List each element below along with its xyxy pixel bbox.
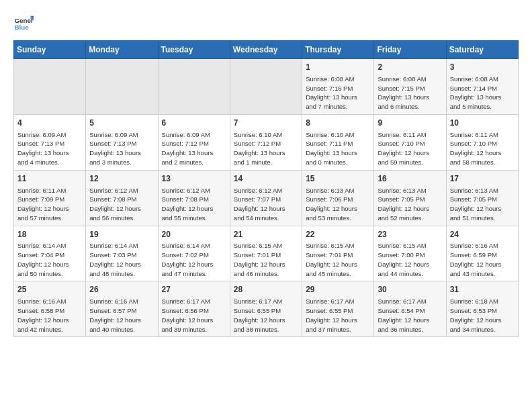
weekday-header-tuesday: Tuesday xyxy=(158,41,230,59)
calendar-cell: 13Sunrise: 6:12 AM Sunset: 7:08 PM Dayli… xyxy=(158,170,230,226)
logo: General Blue xyxy=(13,13,34,34)
day-info: Sunrise: 6:13 AM Sunset: 7:05 PM Dayligh… xyxy=(378,186,442,223)
day-info: Sunrise: 6:15 AM Sunset: 7:01 PM Dayligh… xyxy=(306,241,370,278)
day-number: 3 xyxy=(450,62,515,73)
weekday-header-wednesday: Wednesday xyxy=(230,41,302,59)
calendar-cell: 5Sunrise: 6:09 AM Sunset: 7:13 PM Daylig… xyxy=(86,114,158,170)
day-number: 19 xyxy=(89,229,154,240)
calendar-cell: 2Sunrise: 6:08 AM Sunset: 7:15 PM Daylig… xyxy=(374,59,446,115)
day-info: Sunrise: 6:16 AM Sunset: 6:57 PM Dayligh… xyxy=(89,297,154,334)
day-info: Sunrise: 6:10 AM Sunset: 7:11 PM Dayligh… xyxy=(306,130,370,167)
day-info: Sunrise: 6:09 AM Sunset: 7:12 PM Dayligh… xyxy=(162,130,226,167)
day-number: 10 xyxy=(450,118,515,129)
calendar-week-row: 18Sunrise: 6:14 AM Sunset: 7:04 PM Dayli… xyxy=(14,226,519,281)
calendar-week-row: 4Sunrise: 6:09 AM Sunset: 7:13 PM Daylig… xyxy=(14,114,519,170)
calendar-cell: 19Sunrise: 6:14 AM Sunset: 7:03 PM Dayli… xyxy=(86,226,158,281)
calendar-cell: 31Sunrise: 6:18 AM Sunset: 6:53 PM Dayli… xyxy=(446,281,518,337)
day-info: Sunrise: 6:09 AM Sunset: 7:13 PM Dayligh… xyxy=(17,130,82,167)
day-number: 30 xyxy=(378,284,442,295)
calendar-cell: 30Sunrise: 6:17 AM Sunset: 6:54 PM Dayli… xyxy=(374,281,446,337)
calendar-cell: 27Sunrise: 6:17 AM Sunset: 6:56 PM Dayli… xyxy=(158,281,230,337)
day-number: 22 xyxy=(306,229,370,240)
calendar-cell: 12Sunrise: 6:12 AM Sunset: 7:08 PM Dayli… xyxy=(86,170,158,226)
day-number: 12 xyxy=(89,173,154,185)
logo-icon: General Blue xyxy=(13,13,34,34)
weekday-header-sunday: Sunday xyxy=(14,41,86,59)
calendar-cell xyxy=(14,59,86,115)
day-info: Sunrise: 6:13 AM Sunset: 7:05 PM Dayligh… xyxy=(450,186,515,223)
calendar-cell: 18Sunrise: 6:14 AM Sunset: 7:04 PM Dayli… xyxy=(14,226,86,281)
day-number: 4 xyxy=(17,118,82,129)
day-number: 17 xyxy=(450,173,515,185)
calendar-cell: 28Sunrise: 6:17 AM Sunset: 6:55 PM Dayli… xyxy=(230,281,302,337)
day-info: Sunrise: 6:11 AM Sunset: 7:09 PM Dayligh… xyxy=(17,186,82,223)
svg-text:Blue: Blue xyxy=(15,24,30,31)
day-number: 16 xyxy=(378,173,442,185)
calendar-cell: 8Sunrise: 6:10 AM Sunset: 7:11 PM Daylig… xyxy=(302,114,374,170)
calendar-cell: 14Sunrise: 6:12 AM Sunset: 7:07 PM Dayli… xyxy=(230,170,302,226)
day-info: Sunrise: 6:14 AM Sunset: 7:03 PM Dayligh… xyxy=(89,241,154,278)
calendar-cell: 11Sunrise: 6:11 AM Sunset: 7:09 PM Dayli… xyxy=(14,170,86,226)
day-number: 26 xyxy=(89,284,154,295)
calendar-cell: 4Sunrise: 6:09 AM Sunset: 7:13 PM Daylig… xyxy=(14,114,86,170)
day-number: 18 xyxy=(17,229,82,240)
day-number: 9 xyxy=(378,118,442,129)
day-info: Sunrise: 6:15 AM Sunset: 7:00 PM Dayligh… xyxy=(378,241,442,278)
weekday-header-row: SundayMondayTuesdayWednesdayThursdayFrid… xyxy=(14,41,519,59)
calendar-cell: 10Sunrise: 6:11 AM Sunset: 7:10 PM Dayli… xyxy=(446,114,518,170)
day-number: 21 xyxy=(234,229,298,240)
day-number: 11 xyxy=(17,173,82,185)
day-number: 6 xyxy=(162,118,226,129)
day-number: 29 xyxy=(306,284,370,295)
day-info: Sunrise: 6:08 AM Sunset: 7:15 PM Dayligh… xyxy=(378,75,442,111)
day-number: 20 xyxy=(162,229,226,240)
day-info: Sunrise: 6:18 AM Sunset: 6:53 PM Dayligh… xyxy=(450,297,515,334)
day-number: 27 xyxy=(162,284,226,295)
calendar-cell: 24Sunrise: 6:16 AM Sunset: 6:59 PM Dayli… xyxy=(446,226,518,281)
calendar-cell: 6Sunrise: 6:09 AM Sunset: 7:12 PM Daylig… xyxy=(158,114,230,170)
day-info: Sunrise: 6:11 AM Sunset: 7:10 PM Dayligh… xyxy=(450,130,515,167)
weekday-header-monday: Monday xyxy=(86,41,158,59)
calendar-cell: 22Sunrise: 6:15 AM Sunset: 7:01 PM Dayli… xyxy=(302,226,374,281)
weekday-header-saturday: Saturday xyxy=(446,41,518,59)
day-info: Sunrise: 6:17 AM Sunset: 6:55 PM Dayligh… xyxy=(306,297,370,334)
calendar-cell: 20Sunrise: 6:14 AM Sunset: 7:02 PM Dayli… xyxy=(158,226,230,281)
calendar-cell: 23Sunrise: 6:15 AM Sunset: 7:00 PM Dayli… xyxy=(374,226,446,281)
calendar-cell: 7Sunrise: 6:10 AM Sunset: 7:12 PM Daylig… xyxy=(230,114,302,170)
day-info: Sunrise: 6:09 AM Sunset: 7:13 PM Dayligh… xyxy=(89,130,154,167)
day-info: Sunrise: 6:14 AM Sunset: 7:02 PM Dayligh… xyxy=(162,241,226,278)
calendar-cell: 15Sunrise: 6:13 AM Sunset: 7:06 PM Dayli… xyxy=(302,170,374,226)
calendar-cell: 26Sunrise: 6:16 AM Sunset: 6:57 PM Dayli… xyxy=(86,281,158,337)
day-info: Sunrise: 6:15 AM Sunset: 7:01 PM Dayligh… xyxy=(234,241,298,278)
day-info: Sunrise: 6:12 AM Sunset: 7:07 PM Dayligh… xyxy=(234,186,298,223)
calendar-cell: 1Sunrise: 6:08 AM Sunset: 7:15 PM Daylig… xyxy=(302,59,374,115)
weekday-header-thursday: Thursday xyxy=(302,41,374,59)
day-number: 7 xyxy=(234,118,298,129)
calendar-table: SundayMondayTuesdayWednesdayThursdayFrid… xyxy=(13,40,519,337)
day-number: 24 xyxy=(450,229,515,240)
day-info: Sunrise: 6:08 AM Sunset: 7:15 PM Dayligh… xyxy=(306,75,370,111)
day-number: 13 xyxy=(162,173,226,185)
day-info: Sunrise: 6:16 AM Sunset: 6:58 PM Dayligh… xyxy=(17,297,82,334)
day-number: 23 xyxy=(378,229,442,240)
day-number: 14 xyxy=(234,173,298,185)
calendar-cell: 21Sunrise: 6:15 AM Sunset: 7:01 PM Dayli… xyxy=(230,226,302,281)
day-info: Sunrise: 6:13 AM Sunset: 7:06 PM Dayligh… xyxy=(306,186,370,223)
day-number: 15 xyxy=(306,173,370,185)
day-info: Sunrise: 6:14 AM Sunset: 7:04 PM Dayligh… xyxy=(17,241,82,278)
day-number: 8 xyxy=(306,118,370,129)
calendar-cell: 3Sunrise: 6:08 AM Sunset: 7:14 PM Daylig… xyxy=(446,59,518,115)
day-info: Sunrise: 6:17 AM Sunset: 6:56 PM Dayligh… xyxy=(162,297,226,334)
day-number: 5 xyxy=(89,118,154,129)
calendar-cell: 9Sunrise: 6:11 AM Sunset: 7:10 PM Daylig… xyxy=(374,114,446,170)
calendar-week-row: 1Sunrise: 6:08 AM Sunset: 7:15 PM Daylig… xyxy=(14,59,519,115)
calendar-cell: 16Sunrise: 6:13 AM Sunset: 7:05 PM Dayli… xyxy=(374,170,446,226)
day-info: Sunrise: 6:08 AM Sunset: 7:14 PM Dayligh… xyxy=(450,75,515,111)
day-info: Sunrise: 6:11 AM Sunset: 7:10 PM Dayligh… xyxy=(378,130,442,167)
day-number: 2 xyxy=(378,62,442,73)
day-info: Sunrise: 6:17 AM Sunset: 6:55 PM Dayligh… xyxy=(234,297,298,334)
day-info: Sunrise: 6:12 AM Sunset: 7:08 PM Dayligh… xyxy=(89,186,154,223)
day-number: 28 xyxy=(234,284,298,295)
day-info: Sunrise: 6:10 AM Sunset: 7:12 PM Dayligh… xyxy=(234,130,298,167)
day-number: 25 xyxy=(17,284,82,295)
